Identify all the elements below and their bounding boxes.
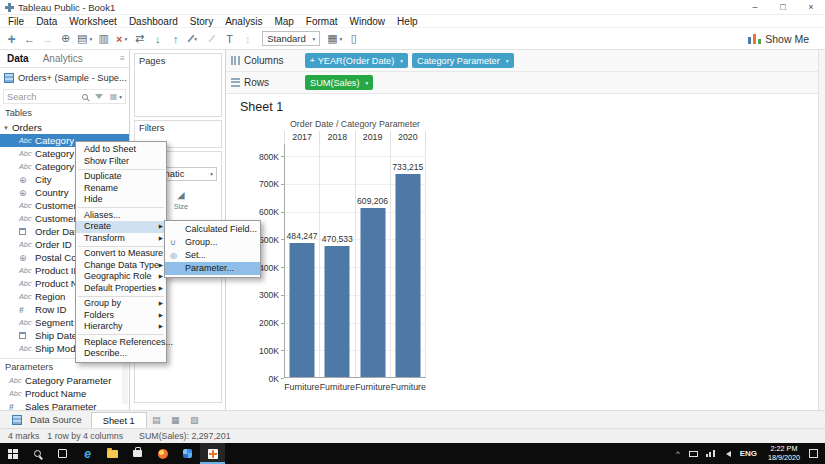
sort-descending-button[interactable]: ↑ bbox=[167, 30, 184, 48]
context-menu-item-add-to-sheet[interactable]: Add to Sheet bbox=[76, 144, 166, 156]
bar-2017[interactable] bbox=[290, 243, 315, 377]
context-menu-item-folders[interactable]: Folders▶ bbox=[76, 310, 166, 322]
expand-hierarchy-icon[interactable]: + bbox=[310, 56, 315, 65]
rows-shelf[interactable]: Rows SUM(Sales)▾ bbox=[226, 72, 818, 94]
context-menu-item-default-properties[interactable]: Default Properties▶ bbox=[76, 283, 166, 295]
show-me-button[interactable]: Show Me bbox=[748, 33, 809, 45]
action-center-icon[interactable] bbox=[809, 449, 818, 458]
edge-taskbar-button[interactable]: e bbox=[75, 443, 100, 464]
bar-2019[interactable] bbox=[360, 208, 385, 377]
category-label-2019[interactable]: Furniture bbox=[355, 382, 391, 392]
bar-2018[interactable] bbox=[325, 246, 350, 377]
menu-format[interactable]: Format bbox=[300, 16, 344, 27]
columns-shelf[interactable]: Columns +YEAR(Order Date)▾Category Param… bbox=[226, 50, 818, 72]
context-menu-item-hide[interactable]: Hide bbox=[76, 194, 166, 206]
pages-card[interactable]: Pages bbox=[134, 53, 222, 117]
context-menu-item-convert-to-measure[interactable]: Convert to Measure bbox=[76, 248, 166, 260]
right-scrollbar-track[interactable] bbox=[818, 50, 825, 410]
context-menu-item-change-data-type[interactable]: Change Data Type▶ bbox=[76, 260, 166, 272]
category-label-2020[interactable]: Furniture bbox=[391, 382, 427, 392]
format-button[interactable] bbox=[203, 30, 220, 48]
close-button[interactable]: × bbox=[797, 0, 825, 15]
year-header-2019[interactable]: 2019 bbox=[356, 131, 391, 144]
network-icon[interactable] bbox=[706, 450, 715, 457]
highlight-button[interactable]: ▾ bbox=[185, 30, 202, 48]
pill-sum-sales[interactable]: SUM(Sales)▾ bbox=[305, 75, 373, 90]
view-options-icon[interactable]: ▦▾ bbox=[110, 92, 122, 101]
context-menu-item-duplicate[interactable]: Duplicate bbox=[76, 171, 166, 183]
year-header-2018[interactable]: 2018 bbox=[320, 131, 355, 144]
chevron-down-icon[interactable]: ▾ bbox=[400, 58, 403, 64]
new-story-tab-button[interactable]: ▧ bbox=[185, 415, 204, 425]
datasource-item[interactable]: Orders+ (Sample - Supe... bbox=[0, 68, 129, 87]
start-taskbar-button[interactable] bbox=[0, 443, 25, 464]
menu-file[interactable]: File bbox=[2, 16, 30, 27]
menu-worksheet[interactable]: Worksheet bbox=[63, 16, 123, 27]
redo-button[interactable]: → bbox=[39, 30, 56, 48]
submenu-item-calculated-field[interactable]: Calculated Field... bbox=[165, 223, 260, 236]
fit-selector[interactable]: Standard ▾ bbox=[262, 31, 320, 46]
tableau-logo-button[interactable]: + bbox=[3, 30, 20, 48]
duplicate-sheet-button[interactable]: ▥ bbox=[95, 30, 112, 48]
search-input[interactable]: Search ▦▾ bbox=[3, 89, 126, 104]
category-label-2017[interactable]: Furniture bbox=[284, 382, 320, 392]
keyboard-icon[interactable] bbox=[689, 451, 698, 457]
undo-button[interactable]: ← bbox=[21, 30, 38, 48]
context-menu-item-geographic-role[interactable]: Geographic Role▶ bbox=[76, 271, 166, 283]
store-taskbar-button[interactable] bbox=[125, 443, 150, 464]
new-dashboard-tab-button[interactable]: ▦ bbox=[166, 415, 185, 425]
task-view-taskbar-button[interactable] bbox=[50, 443, 75, 464]
year-header-2020[interactable]: 2020 bbox=[391, 131, 426, 144]
menu-map[interactable]: Map bbox=[268, 16, 299, 27]
search-taskbar-button[interactable] bbox=[25, 443, 50, 464]
sheet-tab-active[interactable]: Sheet 1 bbox=[91, 412, 147, 428]
chevron-down-icon[interactable]: ▼ bbox=[3, 125, 9, 131]
size-button[interactable]: ◢Size bbox=[167, 186, 195, 213]
chevron-down-icon[interactable]: ▾ bbox=[506, 58, 509, 64]
context-menu-item-create[interactable]: Create▶ bbox=[76, 221, 166, 233]
category-label-2018[interactable]: Furniture bbox=[320, 382, 356, 392]
filter-fields-icon[interactable] bbox=[95, 94, 103, 99]
context-menu-item-transform[interactable]: Transform▶ bbox=[76, 233, 166, 245]
table-orders[interactable]: ▼ Orders bbox=[0, 121, 129, 134]
photos-taskbar-button[interactable] bbox=[175, 443, 200, 464]
chevron-down-icon[interactable]: ▾ bbox=[366, 80, 369, 86]
year-header-2017[interactable]: 2017 bbox=[285, 131, 320, 144]
clear-sheet-button[interactable]: ×▾ bbox=[113, 30, 130, 48]
search-icon[interactable] bbox=[82, 94, 88, 100]
menu-analysis[interactable]: Analysis bbox=[219, 16, 268, 27]
new-worksheet-button[interactable]: ▤▾ bbox=[75, 30, 94, 48]
parameter-sales-parameter[interactable]: #Sales Parameter bbox=[0, 400, 129, 413]
submenu-item-parameter[interactable]: Parameter... bbox=[165, 262, 260, 275]
tray-expand-icon[interactable]: ^ bbox=[671, 449, 685, 458]
show-mark-labels-button[interactable]: T bbox=[221, 30, 238, 48]
new-worksheet-tab-button[interactable]: ▤ bbox=[147, 415, 166, 425]
menu-help[interactable]: Help bbox=[391, 16, 424, 27]
submenu-item-set[interactable]: Set...◎ bbox=[165, 249, 260, 262]
tab-data[interactable]: Data bbox=[0, 51, 36, 66]
minimize-button[interactable]: – bbox=[741, 0, 769, 15]
clock[interactable]: 2:22 PM 18/9/2020 bbox=[768, 445, 800, 461]
new-data-source-button[interactable]: ⊕ bbox=[57, 30, 74, 48]
fix-axes-button[interactable]: ↕ bbox=[239, 30, 256, 48]
menu-data[interactable]: Data bbox=[30, 16, 63, 27]
pill-year-order-date[interactable]: +YEAR(Order Date)▾ bbox=[305, 53, 408, 68]
file-explorer-taskbar-button[interactable] bbox=[100, 443, 125, 464]
parameter-product-name[interactable]: AbcProduct Name bbox=[0, 387, 129, 400]
firefox-taskbar-button[interactable] bbox=[150, 443, 175, 464]
bar-2020[interactable] bbox=[395, 174, 420, 378]
pill-category-parameter[interactable]: Category Parameter▾ bbox=[412, 53, 514, 68]
context-menu-item-group-by[interactable]: Group by▶ bbox=[76, 298, 166, 310]
context-menu-item-show-filter[interactable]: Show Filter bbox=[76, 156, 166, 168]
context-menu-item-rename[interactable]: Rename bbox=[76, 183, 166, 195]
sort-ascending-button[interactable]: ↓ bbox=[149, 30, 166, 48]
show-hide-cards-button[interactable]: ▦▾ bbox=[325, 30, 344, 48]
volume-icon[interactable] bbox=[723, 451, 731, 457]
pane-menu-icon[interactable]: ≡ bbox=[120, 54, 129, 63]
tableau-taskbar-button[interactable] bbox=[200, 443, 225, 464]
maximize-button[interactable]: □ bbox=[769, 0, 797, 15]
context-menu-item-hierarchy[interactable]: Hierarchy▶ bbox=[76, 321, 166, 333]
menu-story[interactable]: Story bbox=[184, 16, 219, 27]
data-source-tab[interactable]: Data Source bbox=[3, 411, 91, 428]
parameter-category-parameter[interactable]: AbcCategory Parameter bbox=[0, 374, 129, 387]
